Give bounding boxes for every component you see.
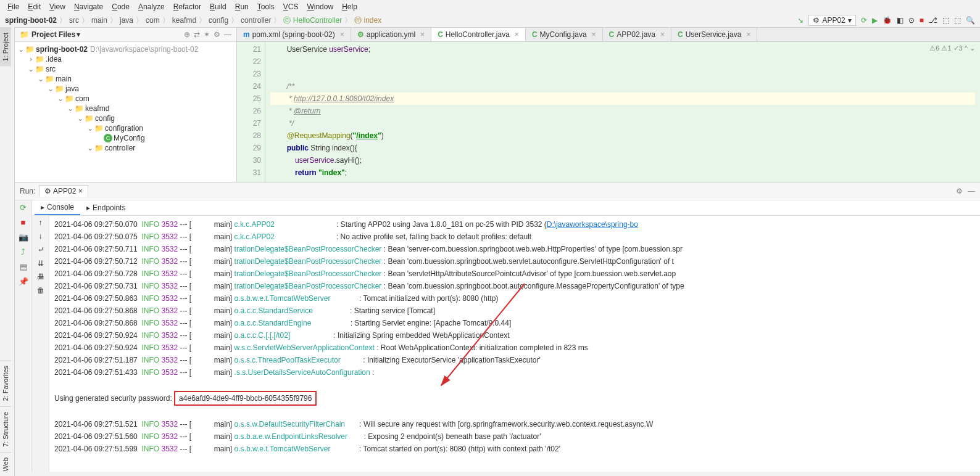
tree-item[interactable]: ⌄📁configration	[15, 123, 236, 133]
editor-tab[interactable]: CUserService.java×	[671, 28, 757, 41]
run-icon[interactable]: ⟳	[861, 16, 867, 25]
menu-view[interactable]: View	[47, 1, 68, 12]
inspection-status[interactable]: ⚠6 ⚠1 ✓3 ^ ⌄	[929, 44, 975, 52]
settings-icon[interactable]: ⚙	[214, 30, 220, 39]
close-icon[interactable]: ×	[660, 30, 665, 39]
exit-icon[interactable]: ⤴	[19, 247, 28, 257]
log-line: 2021-04-06 09:27:51.599 INFO 3532 --- [ …	[54, 443, 975, 455]
menu-navigate[interactable]: Navigate	[72, 1, 106, 12]
menu-code[interactable]: Code	[109, 1, 132, 12]
menu-vcs[interactable]: VCS	[281, 1, 301, 12]
menu-build[interactable]: Build	[207, 1, 229, 12]
project-panel-title[interactable]: Project Files	[31, 30, 75, 39]
search-everywhere-icon[interactable]: 🔍	[966, 16, 975, 25]
breadcrumb-segment[interactable]: java	[120, 16, 133, 25]
locate-icon[interactable]: ⊕	[184, 30, 190, 39]
run-subtab[interactable]: ▸Endpoints	[80, 200, 131, 215]
search-icon[interactable]: ⬚	[942, 16, 949, 25]
collapse-icon[interactable]: ✶	[204, 30, 210, 39]
git-icon[interactable]: ⎇	[929, 16, 937, 25]
editor-tab[interactable]: CHelloController.java×	[431, 28, 526, 41]
editor-tab[interactable]: mpom.xml (spring-boot-02)×	[237, 28, 351, 41]
camera-icon[interactable]: 📷	[19, 232, 28, 242]
coverage-icon[interactable]: ◧	[897, 16, 903, 25]
layout-icon[interactable]: ▤	[19, 262, 28, 272]
close-icon[interactable]: ×	[746, 30, 750, 39]
menu-run[interactable]: Run	[233, 1, 251, 12]
print-icon[interactable]: 🖶	[37, 273, 44, 281]
menu-window[interactable]: Window	[304, 1, 336, 12]
menu-file[interactable]: File	[5, 1, 22, 12]
web-tab[interactable]: Web	[0, 452, 11, 476]
scroll-icon[interactable]: ⇊	[38, 259, 44, 268]
run-hide-icon[interactable]: —	[968, 187, 975, 195]
rerun-icon[interactable]: ⟳	[19, 203, 28, 213]
password-line: Using generated security password: a4e6a…	[54, 391, 975, 406]
log-line: 2021-04-06 09:27:50.070 INFO 3532 --- [ …	[54, 218, 975, 231]
tree-item[interactable]: ⌄📁keafmd	[15, 104, 236, 113]
tree-item[interactable]: ⌄📁controller	[15, 143, 236, 153]
project-tool-tab[interactable]: 1: Project	[0, 27, 11, 66]
stop-icon[interactable]: ■	[19, 218, 28, 228]
tree-item[interactable]: ⌄📁java	[15, 84, 236, 94]
log-line: 2021-04-06 09:27:50.868 INFO 3532 --- [ …	[54, 317, 975, 329]
menu-analyze[interactable]: Analyze	[136, 1, 167, 12]
close-icon[interactable]: ×	[340, 30, 344, 39]
structure-tab[interactable]: 7: Structure	[0, 406, 11, 452]
down-icon[interactable]: ↓	[39, 232, 43, 240]
breadcrumb-project[interactable]: spring-boot-02	[5, 16, 57, 25]
stop-icon[interactable]: ■	[920, 16, 924, 25]
breadcrumb-segment[interactable]: config	[209, 16, 228, 25]
tree-item[interactable]: ⌄📁com	[15, 94, 236, 104]
log-line: 2021-04-06 09:27:51.433 INFO 3532 --- [ …	[54, 366, 975, 379]
project-tree[interactable]: ⌄📁 spring-boot-02 D:\javaworkspace\sprin…	[15, 42, 236, 182]
breadcrumb-segment[interactable]: keafmd	[172, 16, 196, 25]
editor-tab[interactable]: ⚙application.yml×	[351, 28, 431, 41]
breadcrumb-segment[interactable]: controller	[241, 16, 271, 25]
pin-icon[interactable]: 📌	[19, 277, 28, 287]
breadcrumb-segment[interactable]: com	[146, 16, 160, 25]
profile-icon[interactable]: ⊙	[908, 16, 915, 25]
tree-item[interactable]: ›📁.idea	[15, 54, 236, 64]
log-line: 2021-04-06 09:27:51.560 INFO 3532 --- [ …	[54, 430, 975, 443]
menu-edit[interactable]: Edit	[25, 1, 43, 12]
breadcrumb-segment[interactable]: main	[91, 16, 107, 25]
debug-icon[interactable]: 🐞	[882, 16, 892, 25]
log-line: 2021-04-06 09:27:50.924 INFO 3532 --- [ …	[54, 329, 975, 342]
run-icon-2[interactable]: ▶	[872, 16, 878, 25]
run-settings-icon[interactable]: ⚙	[956, 187, 963, 195]
close-icon[interactable]: ×	[592, 30, 596, 39]
run-config-selector[interactable]: ⚙ APP02 ▾	[808, 15, 855, 26]
menu-refactor[interactable]: Refactor	[171, 1, 204, 12]
close-icon[interactable]: ×	[420, 30, 425, 39]
gutter[interactable]: 2122232425262728293031	[237, 42, 265, 182]
clear-icon[interactable]: 🗑	[37, 286, 44, 295]
close-icon[interactable]: ×	[515, 30, 519, 39]
hide-icon[interactable]: —	[224, 30, 231, 39]
tree-item[interactable]: ⌄📁config	[15, 113, 236, 123]
run-subtab[interactable]: ▸Console	[35, 200, 80, 215]
favorites-tab[interactable]: 2: Favorites	[0, 360, 11, 406]
wrap-icon[interactable]: ⤶	[38, 245, 44, 254]
console-output[interactable]: 2021-04-06 09:27:50.070 INFO 3532 --- [ …	[49, 216, 980, 472]
run-tab[interactable]: ⚙ APP02 ×	[39, 185, 88, 197]
log-line: 2021-04-06 09:27:51.521 INFO 3532 --- [ …	[54, 418, 975, 430]
editor-tab[interactable]: CMyConfig.java×	[526, 28, 603, 41]
tree-item[interactable]: CMyConfig	[15, 133, 236, 143]
breadcrumb-segment[interactable]: src	[69, 16, 79, 25]
breadcrumb-bar: spring-boot-02 〉src〉main〉java〉com〉keafmd…	[0, 14, 980, 28]
expand-icon[interactable]: ⇄	[194, 30, 200, 39]
code-editor[interactable]: UserService userService; /** * http://12…	[265, 42, 980, 182]
editor-tab[interactable]: CAPP02.java×	[603, 28, 671, 41]
breadcrumb-class[interactable]: Ⓒ HelloController	[283, 15, 342, 26]
menu-tools[interactable]: Tools	[255, 1, 277, 12]
up-icon[interactable]: ↑	[39, 218, 43, 227]
build-icon[interactable]: ↘	[797, 16, 804, 25]
breadcrumb-method[interactable]: ⓜ index	[354, 15, 381, 26]
tree-item[interactable]: ⌄📁main	[15, 74, 236, 84]
log-line: 2021-04-06 09:27:51.187 INFO 3532 --- [ …	[54, 354, 975, 366]
tree-item[interactable]: ⌄📁src	[15, 64, 236, 74]
main-menu: FileEditViewNavigateCodeAnalyzeRefactorB…	[0, 0, 980, 14]
menu-help[interactable]: Help	[339, 1, 360, 12]
more-icon[interactable]: ⬚	[954, 16, 961, 25]
